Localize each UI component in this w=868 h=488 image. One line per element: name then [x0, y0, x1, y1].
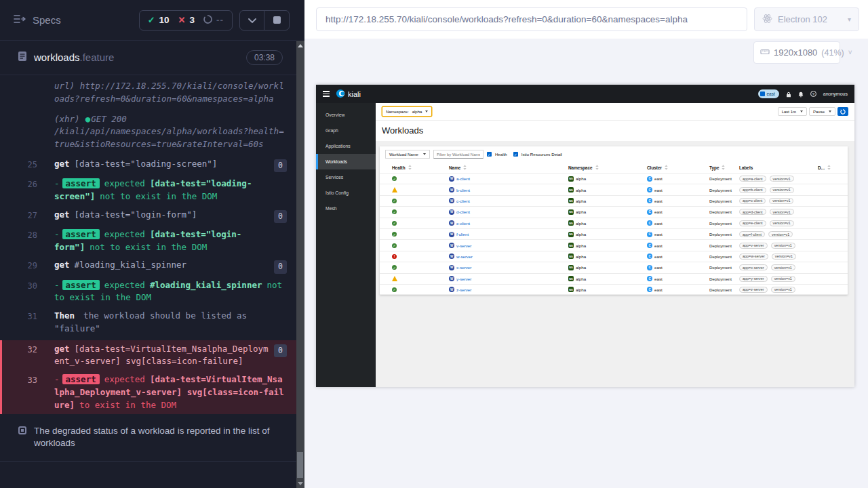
- refresh-icon: [840, 109, 846, 115]
- workload-row-z-server: ✓Wz-serverNSalphaCeastDeploymentapp=z-se…: [380, 284, 848, 295]
- hamburger-menu-icon[interactable]: [323, 91, 330, 97]
- cluster-cell: Ceast: [647, 243, 709, 248]
- cluster-badge: C: [647, 220, 652, 226]
- healthy-icon: ✓: [392, 176, 397, 181]
- workload-link-c-client[interactable]: c-client: [456, 199, 470, 203]
- column-header-type[interactable]: Type: [709, 165, 739, 171]
- sidebar-item-overview[interactable]: Overview: [316, 107, 376, 123]
- sidebar-item-applications[interactable]: Applications: [316, 138, 376, 154]
- spec-name: workloads: [34, 52, 80, 63]
- sort-icon: [665, 165, 668, 170]
- sidebar-item-workloads[interactable]: Workloads: [316, 154, 376, 169]
- command-row-31[interactable]: 31Thenthe workload should be listed as "…: [0, 307, 296, 338]
- failure-icon: !: [392, 254, 397, 259]
- refresh-button[interactable]: [837, 107, 848, 116]
- next-test-title[interactable]: The degraded status of a workload is rep…: [0, 422, 296, 461]
- workload-link-b-client[interactable]: b-client: [456, 188, 470, 192]
- column-header-cluster[interactable]: Cluster: [647, 165, 709, 171]
- column-header-namespace[interactable]: Namespace: [568, 165, 647, 171]
- istio-resources-checkbox[interactable]: ✓: [513, 152, 518, 157]
- sort-icon: [408, 165, 412, 170]
- test-stats: ✓ 10 ✕ 3 --: [139, 10, 233, 30]
- command-row-33[interactable]: 33-assertexpected[data-test=VirtualItem_…: [2, 371, 296, 414]
- browser-select[interactable]: Electron 102 ▾: [754, 7, 859, 31]
- command-number: 33: [2, 373, 37, 411]
- kiali-main: Workload Name ✓ Health ✓ Istio Resources…: [376, 141, 854, 387]
- workload-link-v-server[interactable]: v-server: [456, 243, 471, 248]
- type-cell: Deployment: [709, 254, 739, 259]
- viewport-select[interactable]: 1920x1080 (41%) ˅: [753, 41, 840, 64]
- namespace-cell: NSalpha: [568, 287, 647, 292]
- workload-link-y-server[interactable]: y-server: [456, 277, 471, 281]
- scrollbar-track[interactable]: [296, 41, 304, 488]
- labels-cell: app=a-clientversion=v1: [739, 176, 818, 182]
- command-number: 28: [0, 228, 37, 254]
- scroll-up-arrow-icon[interactable]: [298, 44, 303, 47]
- workload-link-e-client[interactable]: e-client: [456, 221, 470, 226]
- workload-row-y-server: Wy-serverNSalphaCeastDeploymentapp=y-ser…: [380, 273, 848, 284]
- namespace-dropdown[interactable]: Namespace: alpha: [382, 106, 432, 117]
- sidebar-item-graph[interactable]: Graph: [316, 123, 376, 138]
- scrollbar-thumb[interactable]: [297, 452, 303, 478]
- workload-link-x-server[interactable]: x-server: [456, 265, 471, 270]
- electron-icon: [762, 14, 772, 26]
- user-menu[interactable]: anonymous: [823, 92, 848, 96]
- workload-filter-input[interactable]: [433, 150, 484, 159]
- lock-icon[interactable]: [786, 88, 791, 100]
- bell-icon[interactable]: [798, 88, 804, 100]
- namespace-badge: NS: [568, 220, 574, 226]
- workload-link-w-server[interactable]: w-server: [456, 254, 473, 259]
- healthy-icon: ✓: [392, 209, 397, 214]
- command-row-32[interactable]: 32get[data-test=VirtualItem_Nsalpha_Depl…: [2, 340, 296, 371]
- labels-cell: app=y-serverversion=v1: [739, 276, 818, 282]
- sidebar-item-services[interactable]: Services: [316, 169, 376, 185]
- cluster-cell: Ceast: [647, 253, 709, 259]
- sidebar-item-mesh[interactable]: Mesh: [316, 201, 376, 216]
- command-row-29[interactable]: 29get#loading_kiali_spinner0: [0, 256, 296, 276]
- column-header-name[interactable]: Name: [449, 165, 568, 171]
- column-header-d[interactable]: D...: [818, 165, 848, 171]
- workload-link-f-client[interactable]: f-client: [456, 232, 469, 237]
- command-row-26[interactable]: 26-assertexpected[data-test="loading-scr…: [0, 175, 296, 206]
- filters-toolbar: Workload Name ✓ Health ✓ Istio Resources…: [380, 146, 848, 162]
- labels-cell: app=x-serverversion=v1: [739, 264, 818, 270]
- health-checkbox[interactable]: ✓: [487, 152, 492, 157]
- time-range-select[interactable]: Last 1m: [778, 107, 807, 116]
- failed-commands-group: 32get[data-test=VirtualItem_Nsalpha_Depl…: [0, 340, 296, 415]
- url-input[interactable]: [316, 7, 747, 31]
- sidebar-item-istio-config[interactable]: Istio Config: [316, 185, 376, 201]
- workload-row-w-server: !Ww-serverNSalphaCeastDeploymentapp=w-se…: [380, 251, 848, 262]
- name-cell: Wb-client: [449, 187, 568, 192]
- command-row-28[interactable]: 28-assertexpected[data-test="login-form"…: [0, 226, 296, 257]
- workload-link-d-client[interactable]: d-client: [456, 209, 470, 214]
- command-row-25[interactable]: 25get[data-test="loading-screen"]0: [0, 155, 296, 175]
- workload-badge: W: [449, 287, 454, 292]
- specs-label: Specs: [33, 14, 61, 26]
- specs-menu-icon[interactable]: [14, 14, 26, 26]
- reporter-scrollbar[interactable]: [296, 0, 304, 488]
- command-row-30[interactable]: 30-assertexpected#loading_kiali_spinnern…: [0, 277, 296, 308]
- pause-select[interactable]: Pause: [809, 107, 835, 116]
- health-checkbox-label: Health: [495, 152, 507, 157]
- viewport-row: 1920x1080 (41%) ˅: [304, 39, 868, 64]
- name-cell: Wd-client: [449, 209, 568, 215]
- stop-button[interactable]: [264, 11, 289, 30]
- cluster-cell: Ceast: [647, 209, 709, 215]
- elements-count-badge: 0: [274, 159, 287, 172]
- workload-link-z-server[interactable]: z-server: [456, 287, 471, 292]
- command-row-27[interactable]: 27get[data-test="login-form"]0: [0, 206, 296, 226]
- name-cell: Wa-client: [449, 176, 568, 182]
- collapse-button[interactable]: [240, 11, 264, 30]
- stop-icon: [273, 16, 281, 24]
- chevron-down-icon: ▾: [848, 16, 851, 23]
- spec-file-row[interactable]: workloads.feature 03:38: [0, 41, 296, 75]
- workload-link-a-client[interactable]: a-client: [456, 176, 470, 181]
- column-header-health[interactable]: Health: [392, 165, 449, 171]
- labels-cell: app=f-clientversion=v1: [739, 231, 818, 237]
- labels-cell: app=e-clientversion=v1: [739, 220, 818, 226]
- scroll-down-arrow-icon[interactable]: [298, 482, 303, 485]
- kiali-masthead: kiali east ? anon: [316, 85, 854, 103]
- help-icon[interactable]: ?: [810, 91, 816, 97]
- filter-type-dropdown[interactable]: Workload Name: [385, 150, 430, 159]
- cluster-badge: C: [647, 276, 652, 281]
